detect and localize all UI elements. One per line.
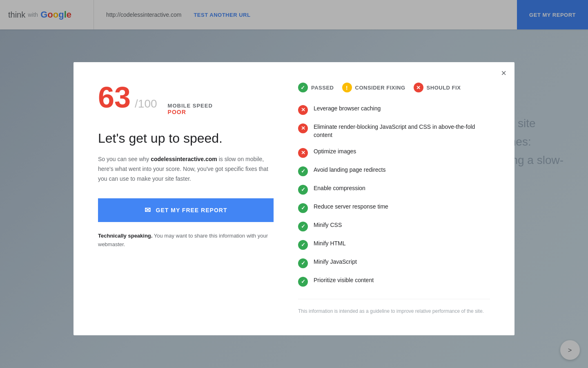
modal-backdrop: × 63 /100 MOBILE SPEED POOR Let's get up… — [0, 0, 588, 368]
pass-icon: ✓ — [298, 277, 308, 287]
checklist-item: ✓Reduce server response time — [298, 203, 490, 213]
checklist-item: ✓Avoid landing page redirects — [298, 166, 490, 176]
score-number: 63 — [98, 83, 131, 112]
legend-should-fix: ✕ SHOULD FIX — [414, 83, 461, 92]
get-free-report-button[interactable]: ✉ GET MY FREE REPORT — [98, 198, 274, 222]
modal-description: So you can see why codelessinteractive.c… — [98, 155, 274, 184]
checklist-item-text: Minify CSS — [314, 221, 342, 229]
legend-passed: ✓ PASSED — [298, 83, 334, 92]
close-button[interactable]: × — [501, 69, 506, 78]
score-denominator: /100 — [135, 97, 157, 110]
checklist-item: ✓Minify JavaScript — [298, 258, 490, 268]
checklist-item-text: Eliminate render-blocking JavaScript and… — [314, 123, 490, 139]
fail-icon: ✕ — [298, 123, 308, 133]
consider-icon: ! — [342, 83, 352, 92]
pass-icon: ✓ — [298, 240, 308, 250]
fail-icon: ✕ — [298, 148, 308, 158]
checklist-item-text: Prioritize visible content — [314, 276, 374, 285]
checklist-item-text: Avoid landing page redirects — [314, 166, 385, 174]
checklist-item: ✕Leverage browser caching — [298, 105, 490, 115]
desc-before: So you can see why — [98, 156, 151, 162]
desc-bold: codelessinteractive.com — [151, 156, 217, 162]
legend-should-fix-label: SHOULD FIX — [427, 85, 461, 91]
footer-note: This information is intended as a guidel… — [298, 299, 490, 315]
pass-icon: ✓ — [298, 203, 308, 213]
legend-consider: ! CONSIDER FIXING — [342, 83, 405, 92]
checklist-item: ✓Prioritize visible content — [298, 276, 490, 287]
cta-button-label: GET MY FREE REPORT — [156, 207, 227, 213]
checklist-item-text: Enable compression — [314, 184, 365, 193]
score-rating: POOR — [168, 109, 213, 115]
modal-headline: Let's get up to speed. — [98, 130, 274, 147]
should-fix-icon: ✕ — [414, 83, 423, 92]
technical-note-bold: Technically speaking. — [98, 233, 152, 239]
left-panel: 63 /100 MOBILE SPEED POOR Let's get up t… — [98, 83, 274, 314]
email-icon: ✉ — [145, 206, 151, 215]
score-row: 63 /100 MOBILE SPEED POOR — [98, 83, 274, 115]
technical-note: Technically speaking. You may want to sh… — [98, 232, 274, 249]
pass-icon: ✓ — [298, 222, 308, 231]
pass-icon: ✓ — [298, 185, 308, 195]
legend-passed-label: PASSED — [311, 85, 334, 91]
checklist: ✕Leverage browser caching✕Eliminate rend… — [298, 105, 490, 286]
legend-consider-label: CONSIDER FIXING — [355, 85, 405, 91]
score-category: MOBILE SPEED — [168, 103, 213, 109]
passed-icon: ✓ — [298, 83, 308, 92]
checklist-item: ✕Optimize images — [298, 148, 490, 158]
checklist-item: ✓Minify CSS — [298, 221, 490, 231]
right-panel: ✓ PASSED ! CONSIDER FIXING ✕ SHOULD FIX … — [298, 83, 490, 314]
legend-row: ✓ PASSED ! CONSIDER FIXING ✕ SHOULD FIX — [298, 83, 490, 92]
checklist-item: ✓Enable compression — [298, 184, 490, 195]
fail-icon: ✕ — [298, 105, 308, 115]
score-label: MOBILE SPEED POOR — [168, 103, 213, 115]
checklist-item-text: Minify HTML — [314, 240, 346, 248]
modal-dialog: × 63 /100 MOBILE SPEED POOR Let's get up… — [74, 62, 514, 335]
checklist-item-text: Optimize images — [314, 148, 356, 156]
checklist-item-text: Minify JavaScript — [314, 258, 357, 266]
checklist-item-text: Reduce server response time — [314, 203, 388, 211]
checklist-item: ✓Minify HTML — [298, 240, 490, 250]
pass-icon: ✓ — [298, 258, 308, 268]
checklist-item-text: Leverage browser caching — [314, 105, 381, 113]
pass-icon: ✓ — [298, 166, 308, 176]
checklist-item: ✕Eliminate render-blocking JavaScript an… — [298, 123, 490, 139]
